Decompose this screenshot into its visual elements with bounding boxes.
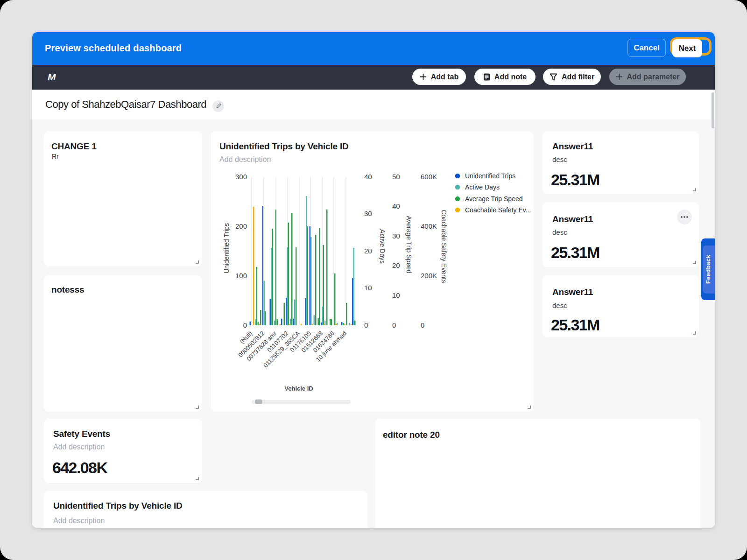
svg-text:Coachable Safety Ev...: Coachable Safety Ev... <box>465 206 531 214</box>
svg-text:400K: 400K <box>421 222 437 230</box>
svg-text:10: 10 <box>392 291 400 299</box>
svg-text:600K: 600K <box>421 173 437 181</box>
svg-text:200K: 200K <box>421 272 437 280</box>
svg-text:10: 10 <box>364 284 372 292</box>
svg-text:Coachable Safety Events: Coachable Safety Events <box>440 210 448 283</box>
svg-text:Active Days: Active Days <box>379 229 386 264</box>
svg-text:30: 30 <box>392 232 400 240</box>
svg-text:100: 100 <box>235 272 247 280</box>
svg-text:50: 50 <box>392 173 400 181</box>
svg-text:Active Days: Active Days <box>465 183 500 191</box>
svg-text:40: 40 <box>364 173 372 181</box>
svg-text:30: 30 <box>364 210 372 217</box>
svg-text:0: 0 <box>243 321 247 329</box>
svg-text:Average Trip Speed: Average Trip Speed <box>405 216 413 273</box>
svg-text:Average Trip Speed: Average Trip Speed <box>465 195 523 203</box>
svg-text:0: 0 <box>392 321 396 329</box>
svg-text:20: 20 <box>392 261 400 269</box>
svg-text:200: 200 <box>235 222 247 230</box>
svg-text:300: 300 <box>235 173 247 181</box>
svg-text:Vehicle ID: Vehicle ID <box>284 385 313 392</box>
svg-text:0: 0 <box>421 321 424 329</box>
svg-text:Unidentified Trips: Unidentified Trips <box>465 172 515 180</box>
svg-text:20: 20 <box>364 247 372 255</box>
svg-text:40: 40 <box>392 202 400 210</box>
svg-text:Unidentified Trips: Unidentified Trips <box>223 223 230 273</box>
svg-text:0: 0 <box>364 321 368 329</box>
